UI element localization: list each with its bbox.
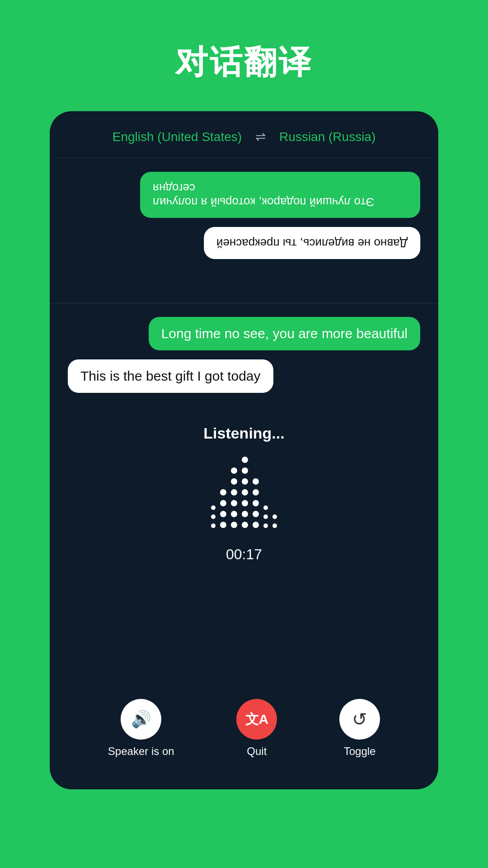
phone-card: English (United States) ⇌ Russian (Russi… [50,111,438,789]
dot [242,500,248,506]
dot [263,505,268,510]
chat-area-top: Это лучший подарок, который я получил се… [50,158,438,303]
lang-right[interactable]: Russian (Russia) [279,130,375,144]
lang-swap-arrows[interactable]: ⇌ [255,129,266,144]
speaker-label: Speaker is on [108,745,174,758]
app-title: 对话翻译 [175,41,313,84]
dot [211,514,216,519]
dot [272,524,277,528]
translate-icon: 文A [245,710,269,729]
dot [272,514,277,519]
dot [253,489,259,495]
waveform-col-6 [263,505,268,528]
dot [231,467,237,474]
dot [220,522,226,528]
listening-label: Listening... [203,425,284,442]
dot [242,522,248,528]
toggle-label: Toggle [344,745,376,758]
message-en-1: Long time no see, you are more beautiful [149,317,420,350]
listening-section: Listening... [50,402,438,681]
message-en-2: This is the best gift I got today [68,359,273,393]
dot [253,511,259,517]
waveform-col-5 [253,478,259,528]
dot [253,522,259,528]
dot [242,478,248,485]
waveform-col-7 [272,514,277,528]
message-ru-2: Давно не виделись, ты прекрасней [204,227,420,259]
timer: 00:17 [226,546,262,563]
dot [211,505,216,510]
speaker-icon: 🔊 [131,710,151,729]
dot [242,489,248,495]
toggle-control: ↺ Toggle [339,699,380,758]
dot [231,522,237,528]
dot [231,478,237,485]
dot [263,524,268,528]
chat-area-bottom: Long time no see, you are more beautiful… [50,303,438,402]
speaker-control: 🔊 Speaker is on [108,699,174,758]
speaker-button[interactable]: 🔊 [121,699,161,740]
dot [242,467,248,474]
waveform [211,456,277,528]
dot [220,511,226,517]
dot [253,478,259,485]
waveform-col-4 [242,457,248,528]
waveform-col-1 [211,505,216,528]
dot [242,457,248,463]
dot [211,524,216,528]
dot [220,489,226,495]
dot [220,500,226,506]
lang-left[interactable]: English (United States) [113,130,242,144]
waveform-col-3 [231,467,237,528]
waveform-col-2 [220,489,226,528]
language-header: English (United States) ⇌ Russian (Russi… [50,129,438,158]
dot [231,500,237,506]
dot [253,500,259,506]
quit-label: Quit [247,745,267,758]
bottom-controls: 🔊 Speaker is on 文A Quit ↺ Toggle [50,685,438,767]
refresh-icon: ↺ [352,709,367,730]
message-ru-1: Это лучший подарок, который я получил се… [140,172,420,218]
quit-control: 文A Quit [236,699,277,758]
dot [242,511,248,517]
toggle-button[interactable]: ↺ [339,699,380,740]
dot [263,514,268,519]
dot [231,511,237,517]
quit-button[interactable]: 文A [236,699,277,740]
dot [231,489,237,495]
